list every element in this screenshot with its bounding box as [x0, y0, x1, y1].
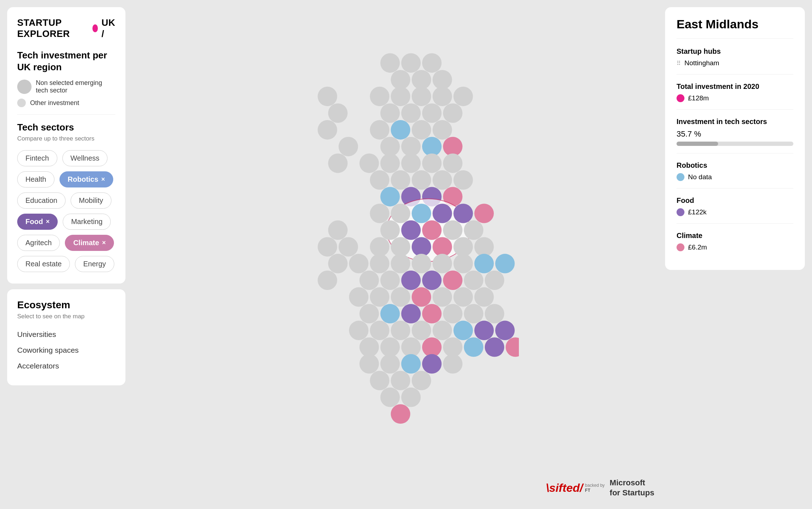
- progress-bar-fill: [677, 142, 718, 146]
- ecosystem-subtitle: Select to see on the map: [17, 313, 115, 320]
- svg-point-82: [464, 304, 483, 323]
- north-england-bubbles[interactable]: [359, 153, 473, 206]
- sector-climate-close[interactable]: ×: [102, 239, 106, 247]
- svg-point-25: [401, 153, 421, 173]
- legend-non-selected: Non selected emerging tech sector: [17, 79, 115, 94]
- ecosystem-item-accelerators[interactable]: Accelerators: [17, 358, 115, 374]
- svg-point-79: [401, 304, 421, 323]
- svg-point-74: [433, 287, 452, 306]
- svg-point-114: [401, 387, 421, 407]
- midlands-region[interactable]: [370, 199, 494, 262]
- svg-point-92: [359, 337, 379, 357]
- sector-fintech[interactable]: Fintech: [17, 150, 57, 166]
- app-title: STARTUP EXPLORER: [17, 17, 89, 39]
- svg-point-49: [370, 237, 389, 256]
- climate-dot: [677, 243, 684, 251]
- svg-point-41: [433, 204, 452, 223]
- svg-point-44: [380, 220, 400, 240]
- svg-point-112: [412, 371, 431, 390]
- sector-wellness[interactable]: Wellness: [62, 150, 108, 166]
- svg-point-2: [422, 53, 441, 73]
- svg-point-117: [328, 103, 348, 123]
- svg-point-61: [474, 254, 494, 273]
- svg-point-84: [349, 321, 368, 340]
- svg-point-73: [412, 287, 431, 306]
- sector-education[interactable]: Education: [17, 192, 66, 209]
- svg-point-4: [412, 70, 431, 89]
- wales-bubbles[interactable]: [318, 220, 358, 290]
- sector-health[interactable]: Health: [17, 171, 54, 187]
- ecosystem-item-coworking[interactable]: Coworking spaces: [17, 342, 115, 358]
- tech-investment-section: Investment in tech sectors 35.7 %: [677, 118, 793, 153]
- total-investment-section: Total investment in 2020 £128m: [677, 82, 793, 110]
- sector-agritech[interactable]: Agritech: [17, 235, 60, 251]
- svg-point-87: [412, 321, 431, 340]
- southwest-bubbles[interactable]: [359, 354, 463, 424]
- food-section: Food £122k: [677, 196, 793, 224]
- svg-point-22: [443, 137, 462, 156]
- tech-percentage: 35.7 %: [677, 129, 793, 139]
- ecosystem-item-universities[interactable]: Universities: [17, 327, 115, 342]
- legend-dot-nonselected: [17, 80, 32, 94]
- svg-point-63: [359, 271, 379, 290]
- svg-point-43: [474, 204, 494, 223]
- svg-point-20: [401, 137, 421, 156]
- sector-mobility[interactable]: Mobility: [71, 192, 111, 209]
- svg-point-28: [370, 170, 389, 190]
- svg-point-86: [391, 321, 410, 340]
- svg-point-98: [485, 337, 504, 357]
- total-investment-value: £128m: [688, 94, 709, 102]
- sector-energy[interactable]: Energy: [75, 256, 114, 272]
- scotland-bubbles[interactable]: [370, 53, 473, 157]
- region-title: East Midlands: [677, 17, 793, 39]
- svg-point-16: [391, 120, 410, 139]
- svg-point-100: [328, 220, 348, 240]
- svg-point-111: [391, 371, 410, 390]
- uk-map[interactable]: [275, 22, 519, 487]
- sector-climate[interactable]: Climate ×: [65, 235, 114, 251]
- map-area[interactable]: [133, 0, 661, 509]
- svg-point-107: [401, 354, 421, 374]
- svg-point-38: [370, 204, 389, 223]
- sector-realestate[interactable]: Real estate: [17, 256, 70, 272]
- svg-point-81: [443, 304, 462, 323]
- svg-point-115: [391, 404, 410, 424]
- food-dot: [677, 208, 684, 216]
- svg-point-9: [433, 87, 452, 106]
- islands-bubbles[interactable]: [318, 87, 358, 173]
- footer-branding: \sifted/ backed by FT Microsoft for Star…: [546, 478, 654, 498]
- svg-point-94: [401, 337, 421, 357]
- progress-bar-bg: [677, 142, 793, 146]
- svg-point-53: [453, 237, 473, 256]
- sector-marketing[interactable]: Marketing: [63, 214, 111, 230]
- robotics-row: No data: [677, 173, 793, 181]
- hub-name: Nottingham: [684, 59, 719, 67]
- sector-food-close[interactable]: ×: [46, 218, 50, 225]
- svg-point-23: [359, 153, 379, 173]
- microsoft-logo: Microsoft for Startups: [610, 478, 654, 498]
- food-value: £122k: [688, 208, 707, 216]
- svg-point-67: [443, 271, 462, 290]
- app-subtitle: UK /: [101, 17, 115, 39]
- sector-food[interactable]: Food ×: [17, 214, 58, 230]
- svg-point-118: [318, 120, 337, 139]
- svg-point-45: [401, 220, 421, 240]
- svg-point-68: [464, 271, 483, 290]
- svg-point-101: [318, 237, 337, 256]
- svg-point-26: [422, 153, 441, 173]
- svg-point-78: [380, 304, 400, 323]
- svg-point-6: [370, 87, 389, 106]
- svg-point-40: [412, 204, 431, 223]
- sector-robotics[interactable]: Robotics ×: [59, 171, 113, 187]
- svg-point-32: [453, 170, 473, 190]
- svg-point-105: [359, 354, 379, 374]
- svg-point-30: [412, 170, 431, 190]
- svg-point-0: [380, 53, 400, 73]
- south-england-bubbles[interactable]: [349, 254, 519, 357]
- robotics-label: Robotics: [677, 161, 793, 170]
- hub-icon: ⠿: [677, 60, 681, 67]
- svg-point-104: [318, 271, 337, 290]
- sector-robotics-close[interactable]: ×: [101, 176, 105, 183]
- ecosystem-list: Universities Coworking spaces Accelerato…: [17, 327, 115, 374]
- svg-point-80: [422, 304, 441, 323]
